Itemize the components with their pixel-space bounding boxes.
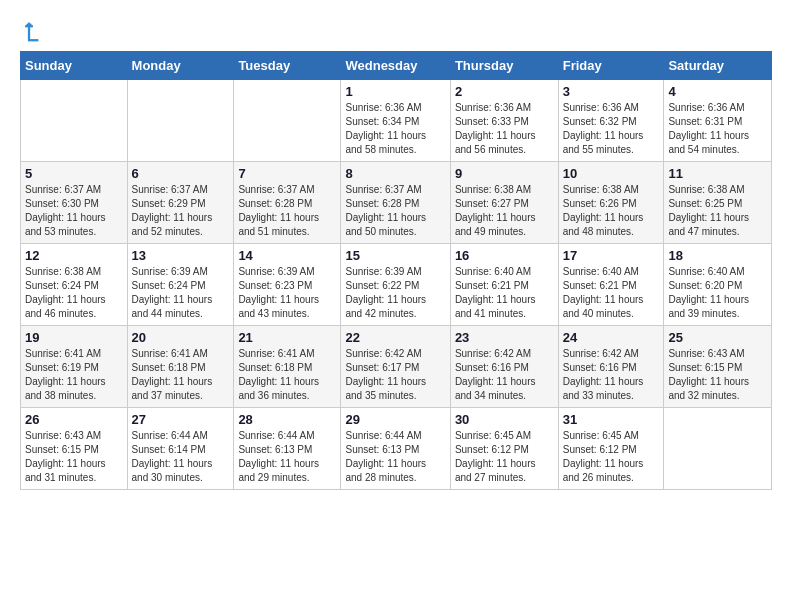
day-number: 11 (668, 166, 767, 181)
day-number: 9 (455, 166, 554, 181)
day-number: 18 (668, 248, 767, 263)
day-info: Sunrise: 6:40 AM Sunset: 6:20 PM Dayligh… (668, 265, 767, 321)
calendar-week-row: 19Sunrise: 6:41 AM Sunset: 6:19 PM Dayli… (21, 326, 772, 408)
day-info: Sunrise: 6:42 AM Sunset: 6:17 PM Dayligh… (345, 347, 445, 403)
day-number: 29 (345, 412, 445, 427)
day-number: 13 (132, 248, 230, 263)
day-number: 24 (563, 330, 660, 345)
day-info: Sunrise: 6:37 AM Sunset: 6:28 PM Dayligh… (345, 183, 445, 239)
calendar-cell: 20Sunrise: 6:41 AM Sunset: 6:18 PM Dayli… (127, 326, 234, 408)
calendar-cell: 23Sunrise: 6:42 AM Sunset: 6:16 PM Dayli… (450, 326, 558, 408)
day-info: Sunrise: 6:39 AM Sunset: 6:23 PM Dayligh… (238, 265, 336, 321)
calendar-cell: 30Sunrise: 6:45 AM Sunset: 6:12 PM Dayli… (450, 408, 558, 490)
day-header-sunday: Sunday (21, 52, 128, 80)
day-info: Sunrise: 6:41 AM Sunset: 6:18 PM Dayligh… (132, 347, 230, 403)
calendar-cell (664, 408, 772, 490)
calendar-cell: 6Sunrise: 6:37 AM Sunset: 6:29 PM Daylig… (127, 162, 234, 244)
day-header-friday: Friday (558, 52, 664, 80)
day-info: Sunrise: 6:38 AM Sunset: 6:25 PM Dayligh… (668, 183, 767, 239)
day-number: 31 (563, 412, 660, 427)
day-info: Sunrise: 6:36 AM Sunset: 6:32 PM Dayligh… (563, 101, 660, 157)
calendar-cell: 3Sunrise: 6:36 AM Sunset: 6:32 PM Daylig… (558, 80, 664, 162)
calendar-cell: 13Sunrise: 6:39 AM Sunset: 6:24 PM Dayli… (127, 244, 234, 326)
day-info: Sunrise: 6:43 AM Sunset: 6:15 PM Dayligh… (25, 429, 123, 485)
day-number: 28 (238, 412, 336, 427)
day-info: Sunrise: 6:42 AM Sunset: 6:16 PM Dayligh… (455, 347, 554, 403)
day-info: Sunrise: 6:36 AM Sunset: 6:33 PM Dayligh… (455, 101, 554, 157)
calendar-cell: 1Sunrise: 6:36 AM Sunset: 6:34 PM Daylig… (341, 80, 450, 162)
day-info: Sunrise: 6:40 AM Sunset: 6:21 PM Dayligh… (455, 265, 554, 321)
calendar-cell: 31Sunrise: 6:45 AM Sunset: 6:12 PM Dayli… (558, 408, 664, 490)
day-info: Sunrise: 6:41 AM Sunset: 6:19 PM Dayligh… (25, 347, 123, 403)
logo: ⮤ (20, 20, 43, 46)
day-info: Sunrise: 6:37 AM Sunset: 6:28 PM Dayligh… (238, 183, 336, 239)
calendar-header-row: SundayMondayTuesdayWednesdayThursdayFrid… (21, 52, 772, 80)
day-number: 4 (668, 84, 767, 99)
day-number: 25 (668, 330, 767, 345)
calendar-table: SundayMondayTuesdayWednesdayThursdayFrid… (20, 51, 772, 490)
day-header-tuesday: Tuesday (234, 52, 341, 80)
day-info: Sunrise: 6:37 AM Sunset: 6:29 PM Dayligh… (132, 183, 230, 239)
day-header-monday: Monday (127, 52, 234, 80)
calendar-cell: 16Sunrise: 6:40 AM Sunset: 6:21 PM Dayli… (450, 244, 558, 326)
day-info: Sunrise: 6:37 AM Sunset: 6:30 PM Dayligh… (25, 183, 123, 239)
logo-bird-icon: ⮤ (21, 20, 43, 46)
calendar-cell: 18Sunrise: 6:40 AM Sunset: 6:20 PM Dayli… (664, 244, 772, 326)
day-number: 3 (563, 84, 660, 99)
day-number: 10 (563, 166, 660, 181)
calendar-cell (21, 80, 128, 162)
day-info: Sunrise: 6:44 AM Sunset: 6:14 PM Dayligh… (132, 429, 230, 485)
day-info: Sunrise: 6:43 AM Sunset: 6:15 PM Dayligh… (668, 347, 767, 403)
calendar-cell: 14Sunrise: 6:39 AM Sunset: 6:23 PM Dayli… (234, 244, 341, 326)
day-number: 30 (455, 412, 554, 427)
calendar-cell: 7Sunrise: 6:37 AM Sunset: 6:28 PM Daylig… (234, 162, 341, 244)
calendar-week-row: 1Sunrise: 6:36 AM Sunset: 6:34 PM Daylig… (21, 80, 772, 162)
day-number: 5 (25, 166, 123, 181)
day-info: Sunrise: 6:39 AM Sunset: 6:24 PM Dayligh… (132, 265, 230, 321)
day-number: 12 (25, 248, 123, 263)
calendar-cell: 12Sunrise: 6:38 AM Sunset: 6:24 PM Dayli… (21, 244, 128, 326)
calendar-cell: 24Sunrise: 6:42 AM Sunset: 6:16 PM Dayli… (558, 326, 664, 408)
calendar-cell: 10Sunrise: 6:38 AM Sunset: 6:26 PM Dayli… (558, 162, 664, 244)
day-number: 15 (345, 248, 445, 263)
day-info: Sunrise: 6:38 AM Sunset: 6:26 PM Dayligh… (563, 183, 660, 239)
day-number: 19 (25, 330, 123, 345)
day-number: 22 (345, 330, 445, 345)
calendar-week-row: 26Sunrise: 6:43 AM Sunset: 6:15 PM Dayli… (21, 408, 772, 490)
day-info: Sunrise: 6:44 AM Sunset: 6:13 PM Dayligh… (345, 429, 445, 485)
day-number: 14 (238, 248, 336, 263)
calendar-week-row: 5Sunrise: 6:37 AM Sunset: 6:30 PM Daylig… (21, 162, 772, 244)
calendar-cell: 2Sunrise: 6:36 AM Sunset: 6:33 PM Daylig… (450, 80, 558, 162)
day-number: 21 (238, 330, 336, 345)
day-info: Sunrise: 6:38 AM Sunset: 6:24 PM Dayligh… (25, 265, 123, 321)
calendar-week-row: 12Sunrise: 6:38 AM Sunset: 6:24 PM Dayli… (21, 244, 772, 326)
day-info: Sunrise: 6:38 AM Sunset: 6:27 PM Dayligh… (455, 183, 554, 239)
calendar-cell: 9Sunrise: 6:38 AM Sunset: 6:27 PM Daylig… (450, 162, 558, 244)
calendar-cell: 21Sunrise: 6:41 AM Sunset: 6:18 PM Dayli… (234, 326, 341, 408)
day-header-saturday: Saturday (664, 52, 772, 80)
day-info: Sunrise: 6:44 AM Sunset: 6:13 PM Dayligh… (238, 429, 336, 485)
calendar-cell: 4Sunrise: 6:36 AM Sunset: 6:31 PM Daylig… (664, 80, 772, 162)
day-info: Sunrise: 6:39 AM Sunset: 6:22 PM Dayligh… (345, 265, 445, 321)
day-info: Sunrise: 6:41 AM Sunset: 6:18 PM Dayligh… (238, 347, 336, 403)
calendar-cell: 19Sunrise: 6:41 AM Sunset: 6:19 PM Dayli… (21, 326, 128, 408)
calendar-cell: 11Sunrise: 6:38 AM Sunset: 6:25 PM Dayli… (664, 162, 772, 244)
calendar-cell: 5Sunrise: 6:37 AM Sunset: 6:30 PM Daylig… (21, 162, 128, 244)
calendar-cell: 26Sunrise: 6:43 AM Sunset: 6:15 PM Dayli… (21, 408, 128, 490)
day-number: 26 (25, 412, 123, 427)
calendar-cell: 29Sunrise: 6:44 AM Sunset: 6:13 PM Dayli… (341, 408, 450, 490)
header: ⮤ (10, 10, 782, 51)
calendar-cell: 22Sunrise: 6:42 AM Sunset: 6:17 PM Dayli… (341, 326, 450, 408)
calendar-cell: 27Sunrise: 6:44 AM Sunset: 6:14 PM Dayli… (127, 408, 234, 490)
calendar-cell (234, 80, 341, 162)
day-number: 23 (455, 330, 554, 345)
day-number: 27 (132, 412, 230, 427)
day-info: Sunrise: 6:36 AM Sunset: 6:31 PM Dayligh… (668, 101, 767, 157)
calendar-cell: 28Sunrise: 6:44 AM Sunset: 6:13 PM Dayli… (234, 408, 341, 490)
day-number: 6 (132, 166, 230, 181)
day-info: Sunrise: 6:40 AM Sunset: 6:21 PM Dayligh… (563, 265, 660, 321)
day-info: Sunrise: 6:36 AM Sunset: 6:34 PM Dayligh… (345, 101, 445, 157)
day-info: Sunrise: 6:45 AM Sunset: 6:12 PM Dayligh… (455, 429, 554, 485)
day-number: 16 (455, 248, 554, 263)
day-info: Sunrise: 6:45 AM Sunset: 6:12 PM Dayligh… (563, 429, 660, 485)
